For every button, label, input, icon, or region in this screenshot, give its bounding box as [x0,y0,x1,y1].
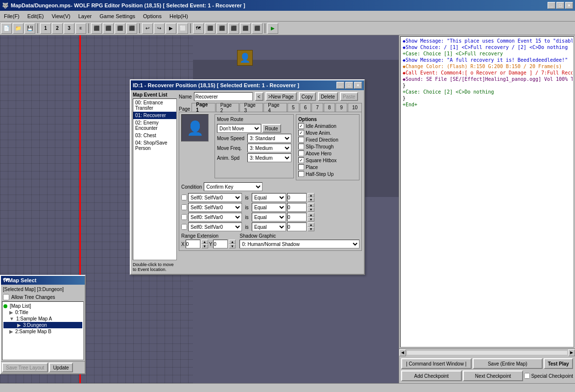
new-page-btn[interactable]: >New Page [265,92,297,101]
range-x-input[interactable] [186,240,200,248]
next-checkpoint-button[interactable]: Next Checkpoint [463,370,524,381]
tab-page9[interactable]: 9 [335,103,347,112]
tab-page4[interactable]: Page 4 [264,103,287,112]
selfvar-num-1[interactable] [287,203,307,212]
selfvar-select-3[interactable]: Self0: SelfVar0 [188,222,242,231]
selfvar-select-1[interactable]: Self0: SelfVar0 [188,203,242,212]
toolbar-new[interactable]: 📄 [1,23,12,34]
toolbar-btn6[interactable]: ⬛ [103,23,114,34]
menu-file[interactable]: File(F) [0,12,24,20]
minimize-button[interactable]: _ [548,2,555,9]
tree-item-maplist[interactable]: [Map List] [3,303,82,309]
shadow-select[interactable]: 0: Human/Normal Shadow [240,240,359,248]
prev-name-btn[interactable]: < [255,92,264,101]
save-tree-layout-button[interactable]: Save Tree Layout [2,363,48,372]
selfvar-spin-2[interactable]: ▲ ▼ [308,213,314,221]
scroll-right-btn[interactable]: ▶ [568,349,575,356]
event-item-4[interactable]: 04: Shop/Save Person [133,139,176,152]
toolbar-play[interactable]: ▶ [267,23,278,34]
fixed-dir-checkbox[interactable] [298,137,304,143]
square-hitbox-checkbox[interactable] [298,157,304,163]
idle-anim-checkbox[interactable] [298,123,304,129]
add-checkpoint-button[interactable]: Add Checkpoint [401,370,462,381]
selfvar-num-2[interactable] [287,213,307,221]
event-item-2[interactable]: 02: Enemy Encounter [133,119,176,132]
selfvar-cb-0[interactable] [181,195,187,200]
move-anim-checkbox[interactable] [298,130,304,136]
tree-area[interactable]: [Map List] ▶ 0:Title ▼ 1:Sample Map A ▶ [2,301,84,360]
copy-btn[interactable]: Copy [299,92,316,101]
tab-page8[interactable]: 8 [324,103,335,112]
dialog-minimize-btn[interactable]: _ [336,82,344,89]
move-freq-select[interactable]: 3: Medium [247,144,291,152]
allow-tree-changes-checkbox[interactable] [3,294,9,300]
toolbar-undo[interactable]: ↩ [142,23,153,34]
toolbar-btn12[interactable]: ⬛ [205,23,216,34]
event-code-area[interactable]: ◆Show Message: "This place uses Common E… [400,36,574,347]
map-sprite[interactable]: 👤 [237,50,253,66]
spin-down-1[interactable]: ▼ [308,207,314,212]
event-item-0[interactable]: 00: Entrance Transfer [133,99,176,112]
menu-options[interactable]: Options [139,12,166,20]
event-item-1[interactable]: 01: Recoverer [133,112,176,119]
half-step-checkbox[interactable] [298,171,304,177]
menu-help[interactable]: Help(H) [166,12,192,20]
spin-up-3[interactable]: ▲ [308,222,314,227]
slip-through-checkbox[interactable] [298,144,304,149]
tree-item-samplemapa[interactable]: ▼ 1:Sample Map A [3,316,82,322]
selfvar-compare-1[interactable]: Equal [252,203,286,212]
move-speed-select[interactable]: 3: Standard [247,134,291,143]
event-list[interactable]: 00: Entrance Transfer 01: Recoverer 02: … [133,98,177,260]
selfvar-select-0[interactable]: Self0: SelfVar0 [188,193,242,202]
range-y-input[interactable] [213,240,228,248]
dialog-close-btn[interactable]: × [354,82,362,89]
spin-down-3[interactable]: ▼ [308,227,314,231]
paste-btn[interactable]: Paste [340,92,359,101]
spin-down-0[interactable]: ▼ [308,197,314,202]
condition-select[interactable]: Confirm Key [204,182,263,191]
sprite-area[interactable]: 👤 [181,114,209,142]
range-y-down[interactable]: ▼ [229,244,236,248]
toolbar-btn8[interactable]: ⬛ [126,23,137,34]
menu-layer[interactable]: Layer [74,12,96,20]
toolbar-btn9[interactable]: ▶ [166,23,176,34]
menu-edit[interactable]: Edit(E) [24,12,48,20]
selfvar-compare-3[interactable]: Equal [252,222,286,231]
range-x-up[interactable]: ▲ [201,240,208,244]
range-y-spin[interactable]: ▲ ▼ [229,240,236,248]
tab-page5[interactable]: 5 [288,103,299,112]
toolbar-3[interactable]: 3 [64,23,74,34]
selfvar-select-2[interactable]: Self0: SelfVar0 [188,213,242,221]
spin-down-2[interactable]: ▼ [308,217,314,221]
selfvar-compare-2[interactable]: Equal [252,213,286,221]
update-button[interactable]: Update [49,363,72,372]
spin-up-1[interactable]: ▲ [308,203,314,207]
name-input[interactable] [194,92,253,101]
spin-up-2[interactable]: ▲ [308,213,314,217]
test-play-button[interactable]: Test Play [544,358,573,369]
toolbar-1[interactable]: 1 [40,23,51,34]
spin-up-0[interactable]: ▲ [308,193,314,197]
range-x-spin[interactable]: ▲ ▼ [201,240,208,248]
toolbar-btn13[interactable]: ⬛ [216,23,227,34]
toolbar-2[interactable]: 2 [52,23,63,34]
close-button[interactable]: × [565,2,573,9]
tree-item-title[interactable]: ▶ 0:Title [3,309,82,316]
menu-view[interactable]: View(V) [48,12,74,20]
toolbar-btn10[interactable]: ⬜ [177,23,188,34]
tab-page3[interactable]: Page 3 [240,103,263,112]
route-button[interactable]: Route [262,124,281,133]
selfvar-num-3[interactable] [287,222,307,231]
dialog-maximize-btn[interactable]: □ [345,82,353,89]
tab-page1[interactable]: Page 1 [192,103,215,112]
toolbar-redo[interactable]: ↪ [154,23,165,34]
selfvar-num-0[interactable] [287,193,307,202]
delete-btn[interactable]: Delete [318,92,338,101]
selfvar-spin-0[interactable]: ▲ ▼ [308,193,314,202]
toolbar-event[interactable]: E [75,23,86,34]
special-checkpoint-checkbox[interactable] [524,373,530,379]
above-hero-checkbox[interactable] [298,150,304,156]
toolbar-btn11[interactable]: 🗺 [193,23,204,34]
tab-page6[interactable]: 6 [300,103,311,112]
event-item-3[interactable]: 03: Chest [133,132,176,139]
